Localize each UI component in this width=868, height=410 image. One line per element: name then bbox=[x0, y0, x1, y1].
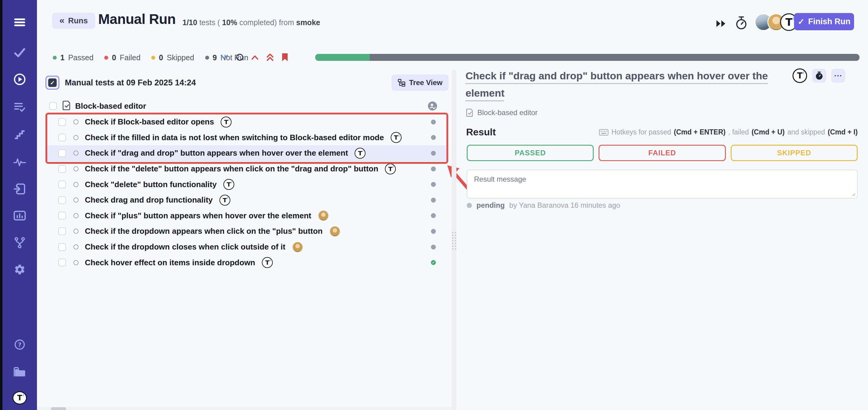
finish-run-label: Finish Run bbox=[808, 17, 850, 26]
result-status-button[interactable]: SKIPPED bbox=[731, 145, 858, 161]
breadcrumb[interactable]: Block-based editor bbox=[466, 108, 538, 117]
batch-select-icon[interactable]: ✓ bbox=[45, 76, 59, 90]
test-status-icon bbox=[431, 167, 436, 171]
test-title: Check if the filled in data is not lost … bbox=[85, 133, 384, 142]
sidebar: ? bbox=[2, 0, 37, 410]
test-title: Check if "drag and drop" button appears … bbox=[85, 148, 348, 158]
assignee-avatar bbox=[292, 242, 303, 252]
test-checkbox[interactable] bbox=[58, 165, 66, 173]
detail-timer-button[interactable] bbox=[812, 69, 826, 83]
bookmark-icon[interactable] bbox=[281, 53, 288, 62]
tests-check-icon[interactable] bbox=[13, 46, 26, 59]
test-checkbox[interactable] bbox=[58, 134, 66, 141]
reports-icon[interactable] bbox=[13, 209, 26, 222]
test-checkbox[interactable] bbox=[58, 212, 66, 219]
suite-name: smoke bbox=[296, 18, 320, 27]
company-logo-icon[interactable] bbox=[12, 391, 27, 405]
test-state-ring-icon bbox=[73, 198, 79, 203]
test-row[interactable]: Check if "drag and drop" button appears … bbox=[45, 145, 448, 161]
test-status-icon bbox=[431, 151, 436, 156]
detail-more-button[interactable]: ··· bbox=[831, 69, 845, 83]
test-row[interactable]: Check if the dropdown closes when click … bbox=[45, 239, 448, 255]
pending-status-dot bbox=[467, 203, 472, 208]
assignee-all-icon[interactable] bbox=[428, 101, 437, 110]
test-checkbox[interactable] bbox=[58, 228, 66, 235]
progress-fill bbox=[315, 54, 370, 61]
test-title: Check drag and drop functionality bbox=[85, 195, 213, 205]
circle-filter-icon[interactable] bbox=[236, 53, 244, 61]
tests-word: tests ( bbox=[199, 18, 220, 27]
assignee-avatar bbox=[330, 226, 340, 237]
finish-run-button[interactable]: ✓ Finish Run bbox=[794, 13, 854, 30]
svg-text:?: ? bbox=[18, 341, 22, 348]
status-label: Skipped bbox=[167, 53, 194, 62]
test-row[interactable]: Check "delete" button functionality bbox=[45, 176, 448, 192]
stopwatch-icon bbox=[815, 71, 823, 80]
status-counter: 1Passed bbox=[53, 53, 93, 62]
tree-view-button[interactable]: Tree View bbox=[392, 74, 448, 91]
test-checkbox[interactable] bbox=[58, 149, 66, 157]
timer-icon[interactable] bbox=[734, 15, 749, 31]
tree-view-icon bbox=[398, 79, 405, 87]
help-icon[interactable]: ? bbox=[13, 338, 26, 351]
status-count: 1 bbox=[60, 53, 65, 62]
test-row[interactable]: Check if the dropdown appears when click… bbox=[45, 224, 448, 239]
runs-play-icon[interactable] bbox=[13, 73, 26, 86]
test-row[interactable]: Check if Block-based editor opens bbox=[45, 114, 448, 130]
test-rows: Check if Block-based editor opens Check … bbox=[45, 114, 448, 270]
test-row[interactable]: Check if "plus" button appears when hove… bbox=[45, 208, 448, 224]
menu-icon[interactable] bbox=[13, 16, 26, 29]
status-counter: 0Skipped bbox=[151, 53, 194, 62]
pending-status-label: pending bbox=[476, 201, 505, 209]
suite-group-row[interactable]: Block-based editor bbox=[45, 99, 448, 113]
horizontal-scrollbar-thumb[interactable] bbox=[51, 407, 66, 410]
divider-drag-handle[interactable] bbox=[452, 232, 456, 249]
tree-view-label: Tree View bbox=[409, 78, 442, 87]
resize-handle-icon[interactable] bbox=[851, 192, 855, 196]
projects-folder-icon[interactable] bbox=[13, 365, 26, 378]
test-checkbox[interactable] bbox=[58, 259, 66, 267]
test-row[interactable]: Check if the "delete" button appears whe… bbox=[45, 161, 448, 177]
result-section-header: Result Hotkeys for passed (Cmd + ENTER) … bbox=[466, 127, 858, 138]
run-list-title: Manual tests at 09 Feb 2025 14:24 bbox=[65, 78, 196, 88]
hotkeys-sep2: and skipped bbox=[787, 128, 825, 136]
test-status-icon bbox=[431, 245, 436, 249]
test-state-ring-icon bbox=[73, 135, 79, 140]
test-state-ring-icon bbox=[73, 166, 79, 171]
import-icon[interactable] bbox=[13, 182, 26, 196]
test-title: Check if Block-based editor opens bbox=[85, 117, 214, 127]
test-title: Check hover effect on items inside dropd… bbox=[85, 258, 255, 267]
status-dot-icon bbox=[205, 56, 209, 60]
back-to-runs-button[interactable]: « Runs bbox=[52, 13, 95, 29]
status-dot-icon bbox=[104, 56, 108, 60]
test-status-icon bbox=[431, 260, 436, 265]
collapse-chevron-down-icon[interactable] bbox=[220, 54, 228, 60]
fast-forward-icon[interactable] bbox=[715, 18, 728, 30]
result-message-input[interactable] bbox=[467, 170, 858, 199]
suite-checkbox[interactable] bbox=[49, 102, 57, 110]
test-row[interactable]: Check drag and drop functionality bbox=[45, 192, 448, 208]
test-checkbox[interactable] bbox=[58, 196, 66, 204]
test-checkbox[interactable] bbox=[58, 180, 66, 189]
priority-up-icon[interactable] bbox=[251, 54, 259, 60]
settings-gear-icon[interactable] bbox=[13, 263, 26, 276]
test-state-ring-icon bbox=[73, 150, 79, 156]
assignee-avatar bbox=[219, 195, 230, 206]
priority-double-up-icon[interactable] bbox=[266, 53, 274, 62]
detail-test-title[interactable]: Check if "drag and drop" button appears … bbox=[466, 67, 787, 102]
test-checkbox[interactable] bbox=[58, 243, 66, 251]
test-checkbox[interactable] bbox=[58, 118, 66, 126]
test-plans-icon[interactable] bbox=[13, 101, 26, 114]
suite-title: Block-based editor bbox=[75, 101, 146, 111]
result-message-wrap bbox=[467, 170, 858, 199]
traceability-icon[interactable] bbox=[13, 236, 26, 249]
result-status-button[interactable]: PASSED bbox=[467, 145, 594, 161]
test-row[interactable]: Check if the filled in data is not lost … bbox=[45, 130, 448, 146]
result-status-button[interactable]: FAILED bbox=[598, 145, 725, 161]
test-row[interactable]: Check hover effect on items inside dropd… bbox=[45, 255, 448, 270]
steps-icon[interactable] bbox=[13, 128, 26, 141]
test-status-icon bbox=[431, 229, 436, 234]
result-buttons: PASSEDFAILEDSKIPPED bbox=[467, 145, 858, 161]
assignee-avatar bbox=[318, 210, 329, 221]
pulse-icon[interactable] bbox=[13, 155, 26, 168]
